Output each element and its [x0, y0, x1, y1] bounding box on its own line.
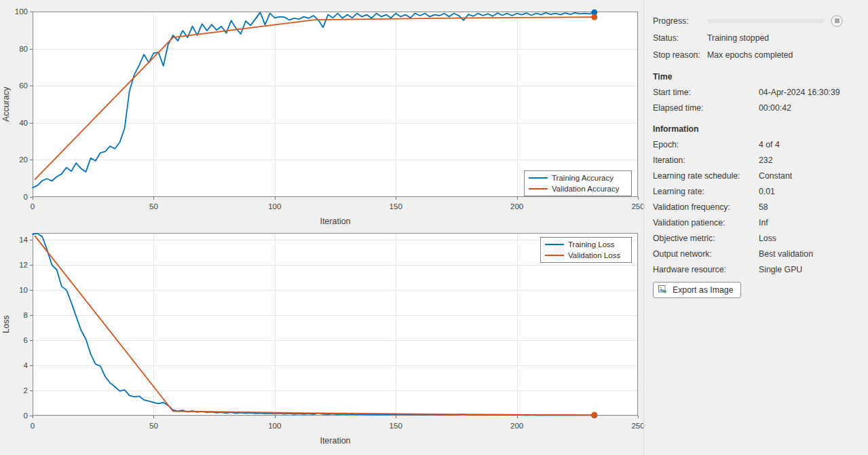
stop-reason-label: Stop reason: — [653, 50, 707, 60]
hardware-resource-label: Hardware resource: — [653, 265, 759, 274]
epoch-value: 4 of 4 — [759, 140, 780, 149]
training-progress-charts: 050100150200250020406080100IterationAccu… — [0, 0, 652, 455]
stop-training-button[interactable] — [831, 15, 843, 27]
learning-rate-label: Learning rate: — [653, 187, 759, 196]
status-value: Training stopped — [707, 33, 769, 43]
export-image-icon — [658, 285, 668, 295]
learning-rate-schedule-value: Constant — [759, 171, 792, 181]
svg-text:0: 0 — [24, 412, 28, 420]
training-info-panel: Progress: Status: Training stopped Stop … — [643, 0, 868, 455]
svg-text:0: 0 — [31, 422, 35, 430]
svg-text:50: 50 — [149, 422, 158, 430]
svg-text:14: 14 — [19, 236, 28, 244]
svg-text:100: 100 — [15, 7, 28, 16]
legend-label: Training Loss — [568, 240, 615, 249]
information-section-header: Information — [653, 121, 868, 136]
svg-text:8: 8 — [24, 311, 28, 319]
legend-row: Training Loss — [545, 240, 626, 249]
svg-text:0: 0 — [24, 193, 28, 201]
legend-label: Training Accuracy — [552, 174, 614, 182]
elapsed-time-value: 00:00:42 — [759, 103, 791, 113]
iteration-value: 232 — [759, 156, 773, 165]
stop-reason-value: Max epochs completed — [707, 50, 793, 60]
learning-rate-value: 0.01 — [759, 187, 775, 196]
accuracy-legend[interactable]: Training Accuracy Validation Accuracy — [524, 170, 632, 196]
legend-row: Validation Loss — [545, 251, 626, 260]
svg-text:6: 6 — [24, 336, 28, 344]
stop-reason-row: Stop reason: Max epochs completed — [653, 46, 868, 63]
output-network-value: Best validation — [759, 249, 813, 259]
status-row: Status: Training stopped — [653, 29, 868, 46]
svg-text:50: 50 — [149, 202, 158, 211]
validation-frequency-row: Validation frequency: 58 — [653, 199, 868, 215]
svg-text:100: 100 — [268, 202, 281, 211]
iteration-row: Iteration: 232 — [653, 152, 868, 168]
iteration-label: Iteration: — [653, 156, 759, 165]
objective-metric-row: Objective metric: Loss — [653, 230, 868, 246]
epoch-label: Epoch: — [653, 140, 759, 149]
start-time-row: Start time: 04-Apr-2024 16:30:39 — [653, 84, 868, 100]
legend-label: Validation Accuracy — [552, 185, 620, 193]
start-time-value: 04-Apr-2024 16:30:39 — [759, 88, 840, 97]
training-loss-line-swatch-icon — [545, 244, 564, 245]
learning-rate-schedule-label: Learning rate schedule: — [653, 171, 759, 181]
validation-accuracy-line-swatch-icon — [529, 188, 548, 189]
validation-frequency-label: Validation frequency: — [653, 202, 759, 212]
training-accuracy-line-swatch-icon — [529, 177, 548, 179]
svg-text:250: 250 — [631, 202, 644, 211]
elapsed-time-row: Elapsed time: 00:00:42 — [653, 100, 868, 115]
output-network-row: Output network: Best validation — [653, 246, 868, 261]
svg-text:Iteration: Iteration — [320, 436, 350, 445]
learning-rate-schedule-row: Learning rate schedule: Constant — [653, 168, 868, 183]
svg-text:Loss: Loss — [1, 315, 11, 333]
svg-text:10: 10 — [19, 286, 28, 294]
svg-text:Iteration: Iteration — [320, 217, 350, 226]
export-as-image-label: Export as Image — [673, 285, 734, 295]
legend-row: Validation Accuracy — [529, 184, 626, 194]
export-as-image-button[interactable]: Export as Image — [653, 282, 741, 298]
svg-text:100: 100 — [268, 422, 281, 430]
svg-text:150: 150 — [390, 202, 402, 211]
svg-text:80: 80 — [19, 45, 28, 53]
learning-rate-row: Learning rate: 0.01 — [653, 183, 868, 199]
output-network-label: Output network: — [653, 249, 759, 259]
svg-text:150: 150 — [390, 422, 402, 430]
progress-bar — [707, 19, 825, 23]
elapsed-time-label: Elapsed time: — [653, 103, 759, 113]
svg-text:20: 20 — [19, 156, 28, 164]
start-time-label: Start time: — [653, 88, 759, 97]
validation-frequency-value: 58 — [759, 202, 768, 212]
hardware-resource-value: Single GPU — [759, 265, 802, 274]
stop-icon — [835, 18, 839, 23]
hardware-resource-row: Hardware resource: Single GPU — [653, 261, 868, 277]
validation-patience-label: Validation patience: — [653, 218, 759, 228]
time-section-header: Time — [653, 69, 868, 84]
objective-metric-value: Loss — [759, 234, 776, 243]
validation-loss-line-swatch-icon — [545, 255, 564, 256]
svg-text:60: 60 — [19, 81, 28, 90]
legend-label: Validation Loss — [568, 251, 620, 259]
progress-row: Progress: — [653, 12, 868, 29]
svg-text:0: 0 — [31, 202, 35, 211]
validation-patience-row: Validation patience: Inf — [653, 215, 868, 230]
svg-text:Accuracy: Accuracy — [1, 86, 11, 122]
status-label: Status: — [653, 33, 707, 43]
loss-legend[interactable]: Training Loss Validation Loss — [540, 237, 632, 263]
legend-row: Training Accuracy — [529, 173, 626, 183]
validation-patience-value: Inf — [759, 218, 768, 228]
svg-text:200: 200 — [510, 202, 523, 211]
progress-label: Progress: — [653, 16, 707, 26]
objective-metric-label: Objective metric: — [653, 234, 759, 243]
svg-text:200: 200 — [510, 422, 523, 430]
svg-text:40: 40 — [19, 119, 28, 127]
svg-text:250: 250 — [631, 422, 644, 430]
epoch-row: Epoch: 4 of 4 — [653, 136, 868, 152]
svg-text:2: 2 — [24, 386, 28, 395]
svg-text:4: 4 — [24, 361, 29, 369]
svg-text:12: 12 — [19, 261, 28, 269]
